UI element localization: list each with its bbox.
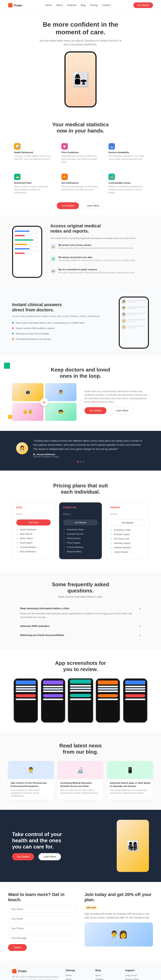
- clinical-dot-2: [12, 333, 14, 334]
- testimonial-dot-0[interactable]: [77, 461, 79, 463]
- clinical-text-3: Prescriptions delivered to your doorstep…: [16, 337, 52, 340]
- footer-col-list-2: Help Center Privacy Policy Terms of Use …: [125, 974, 149, 980]
- stat-text-1: Understand and compare medical costs upf…: [61, 154, 100, 164]
- nav-link-about[interactable]: About: [56, 4, 63, 6]
- screenshot-phone-1: [41, 678, 65, 722]
- contact-submit-button[interactable]: Submit: [8, 944, 27, 951]
- screenshots-row: [8, 678, 153, 722]
- med-bar-5: [15, 239, 34, 240]
- clinical-feature-3: Prescriptions delivered to your doorstep…: [12, 337, 111, 340]
- deco-green-square: [4, 363, 10, 369]
- pricing-section: Pricing plans that suit each individual.…: [0, 471, 161, 571]
- stat-title-3: Nutritional Plans: [14, 181, 53, 184]
- cta-dark-learn-more-button[interactable]: Learn More: [39, 853, 61, 860]
- blog-img-0: 👨‍⚕️: [8, 761, 54, 779]
- nav-cta-button[interactable]: Get Started: [134, 2, 153, 8]
- nav-link-home[interactable]: Home: [45, 4, 52, 6]
- contact-message-input[interactable]: [8, 934, 76, 942]
- plan-btn-2[interactable]: Get Started: [110, 519, 145, 526]
- clin-phone: 👩 👨 👩‍⚕️: [119, 296, 149, 348]
- blog-grid: 👨‍⚕️ Take Control of Your Personal and P…: [8, 761, 153, 800]
- testimonial-dot-1[interactable]: [80, 461, 81, 463]
- testimonial-dot-2[interactable]: [82, 461, 84, 463]
- plan-price-2: $10/mo: [110, 510, 145, 516]
- blog-card-2[interactable]: 📱 Advanced Search Apps or Sites Based on…: [107, 761, 153, 800]
- clinical-dot-0: [12, 322, 14, 324]
- faq-question-0[interactable]: Read necessary information before a clin…: [20, 607, 141, 610]
- loop-get-started-button[interactable]: Get Started: [85, 407, 106, 414]
- contact-section: Want to learn more? Get in touch. Submit…: [0, 882, 161, 961]
- loop-img-0: 👨‍👩‍👧: [12, 383, 43, 401]
- blog-section: Read latest news from our blog. 👨‍⚕️ Tak…: [0, 733, 161, 810]
- med-bar-6: [15, 242, 40, 243]
- nav-link-contact[interactable]: Contact: [102, 4, 110, 6]
- pricing-card-2: Premium $10/mo Get Started ✓Everything i…: [106, 502, 149, 559]
- loop-text: Easily share your medical history with f…: [85, 390, 149, 414]
- footer-col-list-1: News Updates Tutorials Research Events: [95, 974, 119, 980]
- faq-item-0: Read necessary information before a clin…: [20, 604, 141, 622]
- stats-get-started-button[interactable]: Get Started: [57, 202, 79, 209]
- footer-link-0-0[interactable]: Home: [66, 974, 89, 977]
- nav-links: Home About Features Blog Pricing Contact: [45, 4, 110, 6]
- stats-learn-more-button[interactable]: Learn More: [82, 202, 104, 209]
- loop-img-1: 👩‍⚕️: [45, 383, 76, 401]
- stat-icon-3: 🥗: [14, 173, 21, 180]
- nav-link-pricing[interactable]: Pricing: [90, 4, 98, 6]
- plan-tier-2: Premium: [110, 506, 145, 509]
- nav-logo[interactable]: Priato: [8, 3, 23, 7]
- nav-link-features[interactable]: Features: [67, 4, 76, 6]
- clin-avatar-1: 👨: [121, 305, 126, 310]
- clinical-feature-1: Receive real-time SMS available to patie…: [12, 327, 111, 330]
- cta-dark-get-started-button[interactable]: Get Started: [12, 853, 34, 860]
- footer-link-1-0[interactable]: News: [95, 974, 119, 977]
- contact-name-input[interactable]: [8, 905, 76, 913]
- blog-img-1: 🔬: [58, 761, 103, 779]
- medical-content: Access original medical notes and report…: [50, 223, 149, 280]
- med-bar-3: [15, 235, 25, 236]
- play-button[interactable]: ▶: [40, 398, 48, 406]
- footer-link-0-1[interactable]: About: [66, 978, 89, 980]
- plan-feat-0-2: ✓Doctor Search: [16, 537, 51, 540]
- testimonial-content: 👩‍⚕️ "Tracking down medical records from…: [16, 439, 145, 458]
- stat-text-3: Stay on a path to healthy nutrition with…: [14, 185, 53, 194]
- blog-title-0: Take Control of Your Personal and Profes…: [10, 781, 52, 788]
- testimonial-avatar: 👩‍⚕️: [16, 442, 28, 454]
- cta-phone-image: 👨‍👩‍👧‍👦: [117, 820, 149, 872]
- contact-phone-input[interactable]: [8, 925, 76, 932]
- faq-question-2[interactable]: Delivering you brand new possibilities +: [20, 634, 141, 637]
- contact-email-input[interactable]: [8, 915, 76, 923]
- clinical-text-1: Receive real-time SMS available to patie…: [16, 327, 55, 330]
- footer-col-1: Blog News Updates Tutorials Research Eve…: [95, 969, 119, 980]
- testimonial-role: General Practitioner, Chicago: [33, 455, 145, 458]
- blog-card-1[interactable]: 🔬 Continuing Medical Education Activitie…: [58, 761, 103, 800]
- med-bar-1: [15, 231, 30, 232]
- faq-question-1[interactable]: Awesome EHR reminders +: [20, 625, 141, 628]
- clinical-intro: Connect with qualified doctors within mi…: [12, 315, 111, 318]
- nav-link-blog[interactable]: Blog: [81, 4, 86, 6]
- blog-card-0[interactable]: 👨‍⚕️ Take Control of Your Personal and P…: [8, 761, 54, 800]
- medical-feat-title-0: We protect your privacy always: [58, 244, 134, 246]
- testimonial-section: 👩‍⚕️ "Tracking down medical records from…: [0, 431, 161, 471]
- footer-col-title-2: Support: [125, 969, 149, 972]
- footer-link-2-1[interactable]: Privacy Policy: [125, 978, 149, 980]
- stat-title-0: Health Dashboard: [14, 151, 53, 154]
- clin-row-2: 👩‍⚕️: [121, 312, 146, 317]
- logo-icon: [8, 3, 13, 7]
- clin-avatar-2: 👩‍⚕️: [121, 312, 126, 317]
- form-group-1: [8, 915, 76, 923]
- clin-phone-inner: 👩 👨 👩‍⚕️: [120, 298, 148, 348]
- plan-btn-0[interactable]: Get it free: [16, 519, 51, 525]
- footer-link-2-0[interactable]: Help Center: [125, 974, 149, 977]
- screenshots-section: App screenshots for you to review.: [0, 650, 161, 733]
- footer-logo: Priato: [12, 969, 60, 974]
- logo-text: Priato: [14, 3, 23, 7]
- testimonial-quote: "Tracking down medical records from diff…: [33, 439, 145, 451]
- plan-btn-1[interactable]: Get Started: [63, 519, 98, 525]
- loop-description: Easily share your medical history with f…: [85, 390, 149, 404]
- clinical-feature-2: Delivering you brand new possibilities.: [12, 332, 111, 335]
- footer-link-1-1[interactable]: Updates: [95, 978, 119, 980]
- blog-headline: Read latest news from our blog.: [8, 743, 153, 755]
- loop-learn-more-button[interactable]: Learn More: [111, 407, 134, 414]
- loop-content: 👨‍👩‍👧 👩‍⚕️ 👴👵 🧒 ▶ Easily share your medi…: [12, 383, 149, 421]
- stats-headline: Your medical statistics now in your hand…: [12, 121, 149, 134]
